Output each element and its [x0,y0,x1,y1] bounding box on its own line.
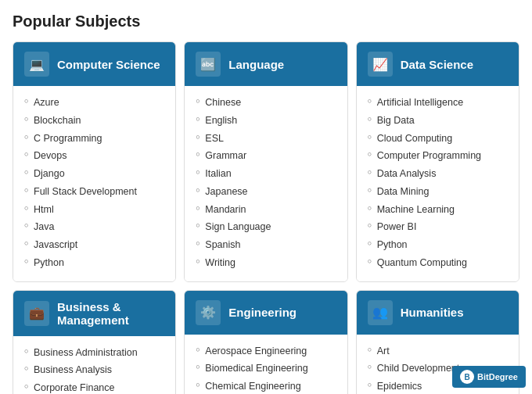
card-header-engineering: ⚙️Engineering [185,291,347,335]
card-icon-data-science: 📈 [368,52,393,77]
card-header-computer-science: 💻Computer Science [13,42,175,86]
list-item[interactable]: Chemical Engineering [196,378,336,394]
list-item[interactable]: Mandarin [196,201,336,219]
card-title-language: Language [228,58,284,71]
list-item[interactable]: Azure [24,94,164,112]
list-item[interactable]: Spanish [196,236,336,254]
list-item[interactable]: Grammar [196,147,336,165]
card-body-data-science: Artificial IntelligenceBig DataCloud Com… [357,86,519,281]
list-item[interactable]: C Programming [24,130,164,148]
list-item[interactable]: Business Analysis [24,361,164,379]
card-title-humanities: Humanities [401,306,464,319]
list-item[interactable]: Japanese [196,183,336,201]
card-computer-science: 💻Computer ScienceAzureBlockchainC Progra… [13,41,176,282]
list-item[interactable]: Devops [24,147,164,165]
bitdegree-icon: B [460,370,474,384]
card-icon-engineering: ⚙️ [196,300,221,325]
list-item[interactable]: Business Administration [24,344,164,362]
card-body-computer-science: AzureBlockchainC ProgrammingDevopsDjango… [13,86,175,281]
card-body-business-management: Business AdministrationBusiness Analysis… [13,336,175,395]
card-icon-computer-science: 💻 [24,52,49,77]
list-item[interactable]: Big Data [368,112,508,130]
card-title-business-management: Business & Management [57,300,164,327]
card-title-engineering: Engineering [228,306,297,319]
card-icon-humanities: 👥 [368,300,393,325]
list-item[interactable]: Full Stack Development [24,183,164,201]
list-item[interactable]: Python [24,254,164,272]
list-item[interactable]: Corporate Finance [24,379,164,394]
card-title-data-science: Data Science [401,58,473,71]
list-item[interactable]: Data Analysis [368,165,508,183]
list-item[interactable]: Art [368,342,508,360]
list-item[interactable]: Biomedical Engineering [196,360,336,378]
list-item[interactable]: Computer Programming [368,147,508,165]
card-header-business-management: 💼Business & Management [13,291,175,336]
card-icon-business-management: 💼 [24,301,49,326]
card-header-language: 🔤Language [185,42,347,86]
list-item[interactable]: Aerospace Engineering [196,342,336,360]
list-item[interactable]: Data Mining [368,183,508,201]
list-item[interactable]: Artificial Intelligence [368,94,508,112]
list-item[interactable]: Html [24,201,164,219]
list-item[interactable]: Python [368,236,508,254]
card-engineering: ⚙️EngineeringAerospace EngineeringBiomed… [184,290,347,395]
list-item[interactable]: Cloud Computing [368,130,508,148]
list-item[interactable]: English [196,112,336,130]
list-item[interactable]: Italian [196,165,336,183]
list-item[interactable]: Java [24,218,164,236]
card-header-data-science: 📈Data Science [357,42,519,86]
list-item[interactable]: ESL [196,130,336,148]
list-item[interactable]: Machine Learning [368,201,508,219]
list-item[interactable]: Django [24,165,164,183]
card-language: 🔤LanguageChineseEnglishESLGrammarItalian… [184,41,347,282]
list-item[interactable]: Blockchain [24,112,164,130]
bitdegree-label: BitDegree [477,372,518,381]
card-title-computer-science: Computer Science [57,58,160,71]
card-body-language: ChineseEnglishESLGrammarItalianJapaneseM… [185,86,347,281]
card-data-science: 📈Data ScienceArtificial IntelligenceBig … [356,41,519,282]
card-body-engineering: Aerospace EngineeringBiomedical Engineer… [185,335,347,395]
list-item[interactable]: Quantum Computing [368,254,508,272]
list-item[interactable]: Writing [196,254,336,272]
subjects-grid: 💻Computer ScienceAzureBlockchainC Progra… [13,41,519,394]
list-item[interactable]: Power BI [368,218,508,236]
page-title: Popular Subjects [13,13,519,30]
list-item[interactable]: Sign Language [196,218,336,236]
card-icon-language: 🔤 [196,52,221,77]
bitdegree-badge: B BitDegree [452,366,526,388]
card-header-humanities: 👥Humanities [357,291,519,335]
list-item[interactable]: Chinese [196,94,336,112]
list-item[interactable]: Javascript [24,236,164,254]
card-business-management: 💼Business & ManagementBusiness Administr… [13,290,176,395]
